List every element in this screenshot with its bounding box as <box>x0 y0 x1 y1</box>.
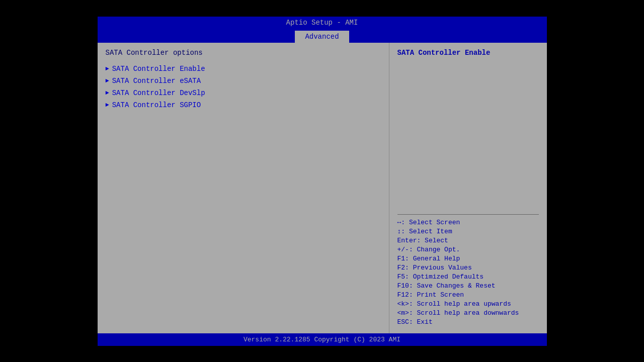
arrow-icon: ► <box>106 65 109 72</box>
key-f12: F12: Print Screen <box>397 291 539 299</box>
arrow-icon: ► <box>106 89 109 97</box>
left-panel: SATA Controller options ► SATA Controlle… <box>98 43 389 333</box>
main-content: SATA Controller options ► SATA Controlle… <box>98 43 547 333</box>
help-title: SATA Controller Enable <box>397 49 539 57</box>
section-title: SATA Controller options <box>106 49 381 57</box>
key-f2: F2: Previous Values <box>397 264 539 272</box>
key-select-item: ↕: Select Item <box>397 228 539 235</box>
title-bar: Aptio Setup - AMI <box>98 17 547 29</box>
divider <box>397 214 539 215</box>
menu-item-sata-enable[interactable]: ► SATA Controller Enable <box>106 65 381 73</box>
key-enter: Enter: Select <box>397 237 539 244</box>
key-help: ↔: Select Screen ↕: Select Item Enter: S… <box>397 219 539 327</box>
menu-item-sata-sgpio[interactable]: ► SATA Controller SGPIO <box>106 101 381 109</box>
arrow-icon: ► <box>106 102 109 109</box>
key-select-screen: ↔: Select Screen <box>397 219 539 226</box>
tab-advanced[interactable]: Advanced <box>295 31 349 43</box>
app-title: Aptio Setup - AMI <box>286 19 358 27</box>
key-m: <m>: Scroll help area downwards <box>397 309 539 317</box>
key-f10: F10: Save Changes & Reset <box>397 282 539 290</box>
key-change-opt: +/-: Change Opt. <box>397 246 539 253</box>
footer: Version 2.22.1285 Copyright (C) 2023 AMI <box>98 333 547 346</box>
key-f5: F5: Optimized Defaults <box>397 273 539 281</box>
menu-item-sata-esata[interactable]: ► SATA Controller eSATA <box>106 77 381 85</box>
key-esc: ESC: Exit <box>397 318 539 326</box>
right-panel: SATA Controller Enable ↔: Select Screen … <box>389 43 547 333</box>
key-k: <k>: Scroll help area upwards <box>397 300 539 308</box>
key-f1: F1: General Help <box>397 255 539 262</box>
menu-item-sata-devslp[interactable]: ► SATA Controller DevSlp <box>106 89 381 97</box>
tab-bar: Advanced <box>98 29 547 43</box>
arrow-icon: ► <box>106 77 109 84</box>
